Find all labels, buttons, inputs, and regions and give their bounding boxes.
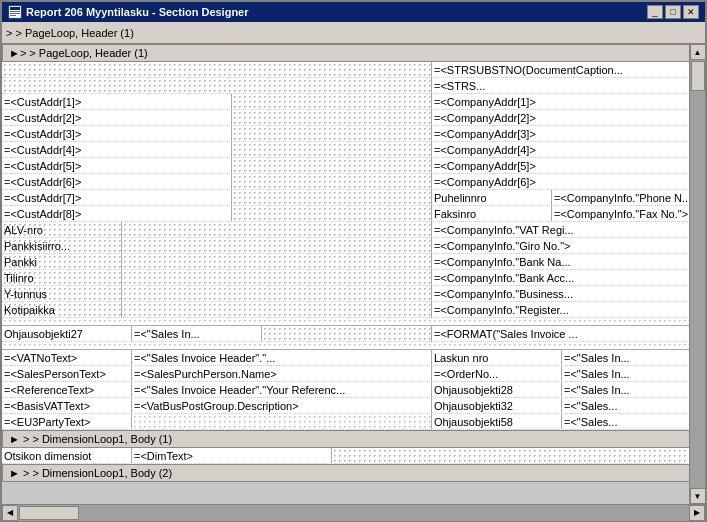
cell-puhelinnro-label: Puhelinnro [432,190,552,205]
spacer2-bg [2,342,689,349]
cell-left-empty-ytunnus: Y-tunnus [2,286,432,302]
cell-spacer-5 [232,158,432,174]
horizontal-scrollbar[interactable]: ◀ ▶ [2,504,705,520]
cell-custaddr-7: =<CustAddr[7]> [2,190,232,205]
dimension-loop1-body2-band: ► > > DimensionLoop1, Body (2) [2,464,689,482]
row-alvnro: ALV-nro =<CompanyInfo."VAT Regi... [2,222,689,238]
dim2-label: > > DimensionLoop1, Body (2) [23,467,172,479]
breadcrumb: > > PageLoop, Header (1) [6,27,134,39]
cell-tilinro-value: =<CompanyInfo."Bank Acc... [432,270,689,285]
cell-bank-value: =<CompanyInfo."Bank Na... [432,254,689,269]
cell-strsubstno: =<STRSUBSTNO(DocumentCaption... [432,62,689,77]
cell-alv-value: =<CompanyInfo."VAT Regi... [432,222,689,237]
cell-ohjausobjekti32-value: =<"Sales... [562,398,689,413]
row-custaddr-6: =<CustAddr[6]> =<CompanyAddr[6]> [2,174,689,190]
cell-spacer-8 [232,206,432,222]
cell-laskunnro-value: =<"Sales In... [562,350,689,365]
row-vatnotext: =<VATNoText> =<"Sales Invoice Header".".… [2,350,689,366]
title-bar-left: Report 206 Myyntilasku - Section Designe… [8,5,249,19]
row-spacer [2,318,689,326]
section-header-band: ► > > PageLoop, Header (1) [2,44,689,62]
maximize-button[interactable]: □ [665,5,681,19]
cell-spacer-2 [232,110,432,126]
row-custaddr-1: =<CustAddr[1]> =<CompanyAddr[1]> [2,94,689,110]
row-strs: =<STRS... [2,78,689,94]
vertical-scrollbar[interactable]: ▲ ▼ [689,44,705,504]
cell-puhelinnro-value: =<CompanyInfo."Phone N... [552,190,689,205]
row-custaddr-2: =<CustAddr[2]> =<CompanyAddr[2]> [2,110,689,126]
scroll-up-button[interactable]: ▲ [690,44,706,60]
cell-ohjausobjekti28-label: Ohjausobjekti28 [432,382,562,397]
svg-rect-3 [10,13,20,14]
cell-companyaddr-2: =<CompanyAddr[2]> [432,110,689,125]
cell-spacer-6 [232,174,432,190]
row-custaddr-5: =<CustAddr[5]> =<CompanyAddr[5]> [2,158,689,174]
cell-kotipaikka-label-left: Kotipaikka [2,302,122,318]
designer-area[interactable]: ► > > PageLoop, Header (1) =<STRSUBSTNO(… [2,44,689,504]
minimize-button[interactable]: _ [647,5,663,19]
row-eu3partytext: =<EU3PartyText> Ohjausobjekti58 =<"Sales… [2,414,689,430]
cell-kotipaikka-value: =<CompanyInfo."Register... [432,302,689,317]
row-dimension: Otsikon dimensiot =<DimText> [2,448,689,464]
cell-format-value: =<FORMAT("Sales Invoice ... [432,326,689,341]
cell-ohjausobjekti58-value: =<"Sales... [562,414,689,429]
cell-eu3partytext-value [132,414,432,429]
cell-pank-value: =<CompanyInfo."Giro No."> [432,238,689,253]
scroll-thumb[interactable] [691,61,705,91]
scroll-track[interactable] [690,60,706,488]
cell-salesperson-label: =<SalesPersonText> [2,366,132,381]
cell-faksinro-label: Faksinro [432,206,552,221]
cell-companyaddr-6: =<CompanyAddr[6]> [432,174,689,189]
section-label-1: > > PageLoop, Header (1) [20,47,148,59]
cell-strs: =<STRS... [432,78,689,93]
scroll-down-button[interactable]: ▼ [690,488,706,504]
cell-bank-label-left: Pankki [2,254,122,270]
section-arrow-1: ► [9,47,20,59]
cell-left-empty-kotipaikka: Kotipaikka [2,302,432,318]
row-salesperson: =<SalesPersonText> =<SalesPurchPerson.Na… [2,366,689,382]
title-bar-controls[interactable]: _ □ ✕ [647,5,699,19]
row-pankkisiirro: Pankkisiirro... =<CompanyInfo."Giro No."… [2,238,689,254]
cell-companyaddr-5: =<CompanyAddr[5]> [432,158,689,173]
cell-ohjausobjekti27-value: =<"Sales In... [132,326,262,341]
cell-empty-2 [2,78,432,94]
row-custaddr-4: =<CustAddr[4]> =<CompanyAddr[4]> [2,142,689,158]
arrow-dim1: ► [9,433,20,445]
row-basisvat: =<BasisVATText> =<VatBusPostGroup.Descri… [2,398,689,414]
cell-orderno-label: =<OrderNo... [432,366,562,381]
cell-spacer-7 [232,190,432,206]
row-tilinro: Tilinro =<CompanyInfo."Bank Acc... [2,270,689,286]
horizontal-track[interactable] [18,505,689,521]
main-area: ► > > PageLoop, Header (1) =<STRSUBSTNO(… [2,44,705,504]
cell-basisvat-label: =<BasisVATText> [2,398,132,413]
cell-referencetext-label: =<ReferenceText> [2,382,132,397]
cell-left-empty-bank: Pankki [2,254,432,270]
cell-empty-1 [2,62,432,78]
cell-custaddr-2: =<CustAddr[2]> [2,110,232,125]
cell-pank-label-left: Pankkisiirro... [2,238,122,254]
row-custaddr-3: =<CustAddr[3]> =<CompanyAddr[3]> [2,126,689,142]
dimension-loop1-body1-band: ► > > DimensionLoop1, Body (1) [2,430,689,448]
cell-left-empty-alv: ALV-nro [2,222,432,238]
cell-alv-label-left: ALV-nro [2,222,122,238]
svg-rect-1 [10,7,20,10]
cell-ytunnus-label-left: Y-tunnus [2,286,122,302]
main-window: Report 206 Myyntilasku - Section Designe… [0,0,707,522]
app-icon [8,5,22,19]
cell-companyaddr-3: =<CompanyAddr[3]> [432,126,689,141]
cell-custaddr-3: =<CustAddr[3]> [2,126,232,141]
cell-ohjausobjekti28-value: =<"Sales In... [562,382,689,397]
cell-vatnotext-label: =<VATNoText> [2,350,132,365]
cell-companyaddr-1: =<CompanyAddr[1]> [432,94,689,109]
horizontal-thumb[interactable] [19,506,79,520]
svg-rect-2 [10,11,20,12]
cell-vatnotext-value: =<"Sales Invoice Header"."... [132,350,432,365]
scroll-left-button[interactable]: ◀ [2,505,18,521]
spacer-bg [2,318,689,325]
scroll-right-button[interactable]: ▶ [689,505,705,521]
dim1-label: > > DimensionLoop1, Body (1) [23,433,172,445]
cell-dimension-value: =<DimText> [132,448,332,463]
title-bar: Report 206 Myyntilasku - Section Designe… [2,2,705,22]
close-button[interactable]: ✕ [683,5,699,19]
cell-companyaddr-4: =<CompanyAddr[4]> [432,142,689,157]
